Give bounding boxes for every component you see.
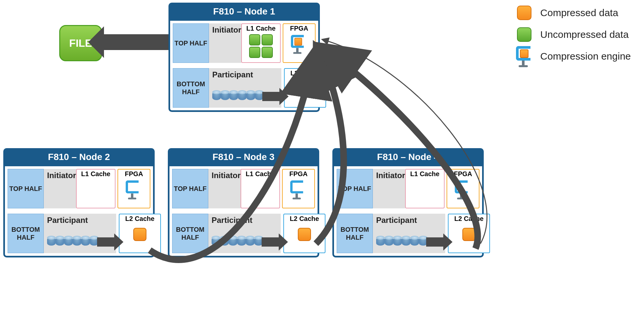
compressed-data-icon — [516, 5, 532, 21]
l2-cache: L2 Cache — [283, 214, 325, 253]
disk-stack-icon — [212, 90, 264, 101]
compressed-block-icon — [133, 228, 146, 241]
compressed-block-icon — [298, 82, 312, 95]
initiator-label: Initiator — [47, 171, 76, 180]
fpga-label: FPGA — [289, 170, 308, 178]
l1-cache: L1 Cache — [241, 23, 281, 63]
initiator-label: Initiator — [376, 171, 405, 180]
l1-data-blocks — [249, 34, 273, 58]
initiator-strip: Initiator — [208, 169, 241, 208]
l2-label: L2 Cache — [291, 69, 320, 77]
top-half-label: TOP HALF — [337, 169, 373, 208]
fpga: FPGA — [447, 169, 479, 208]
compression-engine-icon — [516, 48, 532, 65]
participant-strip: Participant — [208, 214, 281, 253]
node-2-top-half: TOP HALF Initiator L1 Cache FPGA — [5, 166, 153, 211]
uncompressed-block-icon — [249, 34, 260, 45]
initiator-label: Initiator — [212, 25, 241, 35]
node-3-title: F810 – Node 3 — [169, 150, 318, 166]
output-arrow-icon — [103, 34, 168, 50]
l2-cache: L2 Cache — [119, 214, 161, 253]
l2-label: L2 Cache — [290, 215, 319, 223]
initiator-strip: Initiator — [209, 23, 241, 63]
fpga: FPGA — [282, 169, 315, 208]
node-3: F810 – Node 3 TOP HALF Initiator L1 Cach… — [168, 148, 319, 257]
participant-label: Participant — [47, 216, 88, 225]
top-half-label: TOP HALF — [8, 169, 44, 208]
disk-to-l2-arrow-icon — [262, 92, 281, 101]
l1-label: L1 Cache — [81, 170, 111, 178]
l1-label: L1 Cache — [246, 170, 275, 178]
compression-engine-icon — [290, 180, 307, 199]
uncompressed-block-icon — [262, 34, 273, 45]
legend-engine: Compression engine — [516, 48, 631, 65]
compression-engine-icon — [126, 180, 142, 199]
initiator-strip: Initiator — [373, 169, 405, 208]
node-3-top-half: TOP HALF Initiator L1 Cache FPGA — [169, 166, 318, 211]
l2-cache: L2 Cache — [448, 214, 490, 253]
legend-uncompressed: Uncompressed data — [516, 26, 631, 43]
bottom-half-label: BOTTOM HALF — [337, 214, 373, 253]
node-1: F810 – Node 1 TOP HALF Initiator L1 Cach… — [168, 3, 320, 112]
l1-cache: L1 Cache — [241, 169, 280, 208]
participant-strip: Participant — [44, 214, 116, 253]
compressed-block-icon — [298, 228, 311, 241]
l1-cache: L1 Cache — [76, 169, 116, 208]
participant-label: Participant — [376, 216, 417, 225]
uncompressed-data-icon — [516, 26, 532, 43]
top-half-label: TOP HALF — [172, 169, 208, 208]
node-4-top-half: TOP HALF Initiator L1 Cache FPGA — [334, 166, 482, 211]
compression-engine-icon — [455, 180, 471, 199]
compressed-block-icon — [462, 228, 476, 241]
node-2-bottom-half: BOTTOM HALF Participant L2 Cache — [5, 211, 153, 256]
fpga-label: FPGA — [454, 170, 472, 178]
fpga: FPGA — [283, 23, 316, 63]
disk-stack-icon — [47, 236, 98, 247]
participant-strip: Participant — [373, 214, 445, 253]
compression-engine-icon — [291, 35, 307, 53]
node-4-bottom-half: BOTTOM HALF Participant L2 Cache — [334, 211, 482, 256]
legend-compressed-label: Compressed data — [540, 7, 618, 18]
node-1-top-half: TOP HALF Initiator L1 Cache FPGA — [170, 21, 318, 66]
disk-to-l2-arrow-icon — [262, 237, 281, 247]
fpga-label: FPGA — [290, 25, 308, 32]
l2-label: L2 Cache — [454, 215, 484, 223]
legend-engine-label: Compression engine — [540, 51, 631, 62]
node-1-bottom-half: BOTTOM HALF Participant L2 Cache — [170, 66, 318, 110]
fpga: FPGA — [117, 169, 150, 208]
initiator-label: Initiator — [212, 171, 241, 180]
bottom-half-label: BOTTOM HALF — [8, 214, 44, 253]
node-4-title: F810 – Node 4 — [334, 150, 482, 166]
uncompressed-block-icon — [262, 47, 273, 58]
l1-cache: L1 Cache — [405, 169, 445, 208]
participant-label: Participant — [212, 216, 252, 225]
l2-cache: L2 Cache — [284, 68, 326, 108]
top-half-label: TOP HALF — [173, 23, 209, 63]
participant-strip: Participant — [209, 68, 281, 108]
bottom-half-label: BOTTOM HALF — [172, 214, 208, 253]
node-2-title: F810 – Node 2 — [5, 150, 153, 166]
legend-uncompressed-label: Uncompressed data — [540, 29, 629, 40]
legend-compressed: Compressed data — [516, 5, 631, 21]
l2-label: L2 Cache — [125, 215, 155, 223]
node-1-title: F810 – Node 1 — [170, 4, 318, 21]
disk-stack-icon — [212, 236, 263, 247]
participant-label: Participant — [212, 70, 253, 79]
node-3-bottom-half: BOTTOM HALF Participant L2 Cache — [169, 211, 318, 256]
node-4: F810 – Node 4 TOP HALF Initiator L1 Cach… — [332, 148, 484, 257]
bottom-half-label: BOTTOM HALF — [173, 68, 209, 108]
node-2: F810 – Node 2 TOP HALF Initiator L1 Cach… — [3, 148, 155, 257]
legend: Compressed data Uncompressed data Compre… — [516, 5, 631, 65]
l1-label: L1 Cache — [246, 25, 276, 32]
uncompressed-block-icon — [249, 47, 260, 58]
initiator-strip: Initiator — [44, 169, 76, 208]
fpga-label: FPGA — [125, 170, 143, 178]
l1-label: L1 Cache — [410, 170, 440, 178]
disk-stack-icon — [376, 236, 427, 247]
disk-to-l2-arrow-icon — [97, 237, 116, 247]
disk-to-l2-arrow-icon — [426, 237, 445, 247]
